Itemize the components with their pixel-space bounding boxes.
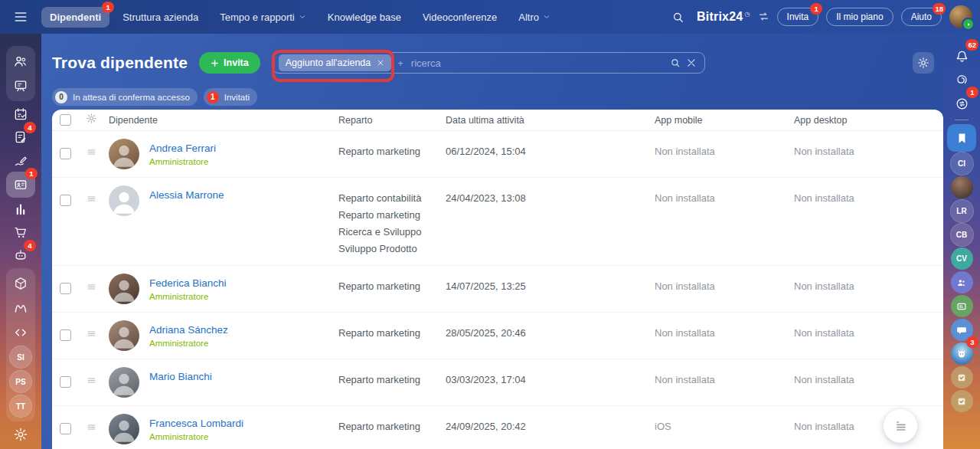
right-rail-chat-ci[interactable]: CI — [949, 152, 974, 175]
department-item: Sviluppo Prodotto — [338, 241, 446, 257]
row-checkbox[interactable] — [60, 148, 71, 159]
tab-label: Struttura azienda — [122, 11, 198, 23]
tab-struttura-azienda[interactable]: Struttura azienda — [114, 7, 207, 28]
invita-button[interactable]: Invita1 — [777, 8, 819, 26]
right-rail-bookmark[interactable] — [947, 124, 976, 152]
invite-button[interactable]: Invita — [199, 52, 260, 74]
sidebar-item-crm[interactable]: 1 — [6, 172, 35, 198]
search-input[interactable] — [410, 57, 664, 70]
filter-chip[interactable]: Aggiunto all'azienda — [279, 54, 392, 71]
sidebar-item-ps[interactable]: PS — [8, 370, 34, 393]
sidebar-item-whiteboard[interactable] — [8, 74, 34, 97]
tab-dipendenti[interactable]: Dipendenti1 — [41, 7, 109, 28]
employee-name-wrap: Mario Bianchi — [149, 367, 212, 383]
row-checkbox[interactable] — [60, 376, 71, 388]
grid-settings-gear-icon[interactable] — [913, 52, 934, 74]
drag-handle[interactable] — [86, 281, 98, 296]
avatar[interactable] — [109, 414, 139, 444]
sidebar-group: SIPSTT — [6, 268, 35, 421]
tab-tempo-e-rapporti[interactable]: Tempo e rapporti — [211, 7, 315, 28]
sidebar-item-robot[interactable]: 4 — [8, 244, 34, 267]
sidebar-item-team[interactable] — [8, 50, 34, 73]
drag-handle[interactable] — [86, 375, 98, 389]
employee-name-wrap: Federica BianchiAmministratore — [149, 274, 227, 301]
chip-remove-icon[interactable] — [377, 59, 384, 67]
sidebar-item-tasks[interactable]: 4 — [8, 126, 34, 149]
select-all-checkbox[interactable] — [60, 114, 71, 126]
app-desktop-cell: Non installata — [794, 414, 943, 435]
list-view-button[interactable] — [884, 409, 917, 443]
app-desktop-cell: Non installata — [794, 367, 943, 388]
avatar[interactable] — [109, 367, 139, 398]
invite-button-label: Invita — [224, 57, 249, 68]
column-header-0[interactable]: Dipendente — [109, 115, 338, 126]
right-rail-users-circle[interactable] — [949, 270, 974, 294]
plan-switch-icon[interactable] — [758, 8, 769, 25]
column-header-4[interactable]: App desktop — [794, 115, 943, 126]
employee-name-link[interactable]: Mario Bianchi — [149, 371, 212, 382]
search-submit-icon[interactable] — [670, 57, 681, 68]
employee-name-link[interactable]: Alessia Marrone — [149, 189, 224, 201]
il-mio-piano-button[interactable]: Il mio piano — [826, 8, 893, 26]
right-rail-card-circle[interactable] — [949, 294, 974, 318]
right-rail-bell[interactable]: 62 — [949, 44, 974, 68]
sidebar-item-market[interactable] — [8, 297, 34, 320]
counter-invited[interactable]: 1Invitati — [204, 88, 257, 106]
employee-name-link[interactable]: Andrea Ferrari — [149, 143, 216, 154]
row-checkbox-cell — [60, 185, 86, 206]
sidebar-item-chart[interactable] — [8, 198, 34, 221]
avatar[interactable] — [109, 185, 139, 216]
sidebar-item-sitebox[interactable] — [8, 272, 34, 295]
right-rail-avatar-user[interactable] — [949, 175, 974, 199]
icon-circle — [951, 271, 973, 293]
drag-handle-icon — [86, 281, 97, 293]
user-avatar[interactable] — [949, 5, 972, 28]
bell-icon — [955, 49, 969, 64]
avatar[interactable] — [109, 320, 139, 351]
counter-pending-access[interactable]: 0In attesa di conferma accesso — [52, 88, 198, 106]
row-checkbox[interactable] — [60, 329, 71, 341]
row-checkbox-cell — [60, 414, 86, 434]
row-checkbox[interactable] — [60, 195, 71, 206]
search-icon[interactable] — [667, 10, 689, 25]
drag-handle[interactable] — [86, 193, 98, 208]
right-rail-chat-cb[interactable]: CB — [949, 223, 974, 247]
hamburger-menu-icon[interactable] — [0, 8, 41, 25]
sidebar-item-code[interactable] — [8, 321, 34, 344]
right-rail-history[interactable]: 1 — [949, 92, 974, 116]
column-settings-gear-icon[interactable] — [86, 113, 97, 124]
column-header-3[interactable]: App mobile — [655, 115, 794, 126]
employee-cell: Alessia Marrone — [109, 185, 338, 216]
bitrix24-logo[interactable]: Bitrix24◷ — [697, 10, 750, 24]
employee-name-link[interactable]: Federica Bianchi — [149, 277, 227, 289]
tab-knowledge-base[interactable]: Knowledge base — [319, 7, 410, 28]
sidebar-item-gear[interactable] — [8, 423, 34, 446]
sidebar-item-si[interactable]: SI — [8, 346, 34, 369]
tab-videoconferenze[interactable]: Videoconferenze — [414, 7, 505, 28]
avatar[interactable] — [109, 139, 139, 169]
right-rail-avatar-cat[interactable]: 3 — [949, 342, 974, 365]
drag-handle[interactable] — [86, 421, 98, 436]
tab-altro[interactable]: Altro — [510, 7, 559, 28]
right-rail-check-square[interactable] — [949, 365, 974, 389]
department-item: Reparto marketing — [338, 143, 446, 160]
employee-name-link[interactable]: Adriana Sánchez — [149, 324, 228, 336]
employee-name-link[interactable]: Francesca Lombardi — [149, 418, 243, 429]
employee-cell: Mario Bianchi — [109, 367, 338, 398]
column-header-1[interactable]: Reparto — [338, 115, 446, 126]
sidebar-item-tt[interactable]: TT — [8, 395, 34, 418]
aiuto-button[interactable]: Aiuto18 — [901, 8, 942, 26]
filter-search-bar[interactable]: Aggiunto all'azienda + — [272, 52, 705, 74]
department-item: Reparto marketing — [338, 325, 446, 342]
row-checkbox[interactable] — [60, 283, 71, 294]
column-header-2[interactable]: Data ultima attività — [446, 115, 655, 126]
drag-handle[interactable] — [86, 328, 98, 342]
row-checkbox[interactable] — [60, 423, 71, 434]
main-content: Trova dipendente Invita Aggiunto all'azi… — [41, 34, 943, 449]
right-rail-check-square[interactable] — [949, 389, 974, 413]
drag-handle[interactable] — [86, 146, 98, 161]
right-rail-chat-lr[interactable]: LR — [949, 199, 974, 223]
avatar[interactable] — [109, 274, 139, 304]
right-rail-chat-cv[interactable]: CV — [949, 247, 974, 270]
search-clear-icon[interactable] — [686, 57, 697, 68]
